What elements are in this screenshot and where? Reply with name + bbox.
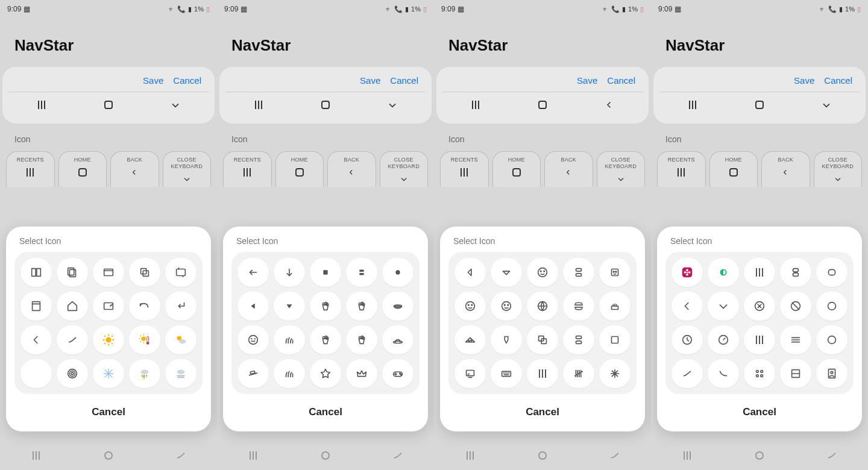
icon-option-grass2[interactable] (274, 359, 305, 388)
icon-option-window[interactable] (93, 258, 124, 287)
icon-option-grid4[interactable] (744, 359, 775, 388)
icon-option-dot[interactable] (382, 258, 414, 287)
icon-option-green-dot[interactable] (708, 258, 739, 287)
icon-option-moon[interactable] (20, 359, 52, 388)
icon-option-face[interactable] (237, 325, 269, 354)
icon-option-clock[interactable] (671, 325, 703, 354)
nav-slot[interactable]: HOME (492, 151, 541, 187)
icon-option-face2[interactable] (454, 292, 486, 321)
icon-option-tri-left[interactable] (237, 292, 269, 321)
save-button[interactable]: Save (143, 75, 163, 86)
icon-option-rect-round[interactable] (816, 258, 848, 287)
icon-option-cake[interactable] (599, 292, 631, 321)
sheet-cancel-button[interactable]: Cancel (231, 394, 420, 421)
icon-option-popcorn4[interactable] (346, 325, 377, 354)
icon-option-sled[interactable] (237, 359, 269, 388)
icon-option-tri-down[interactable] (274, 292, 305, 321)
icon-option-undo[interactable] (129, 292, 160, 321)
icon-option-curve[interactable] (57, 325, 88, 354)
icon-option-stack[interactable] (563, 258, 594, 287)
icon-option-robot[interactable] (599, 258, 631, 287)
nav-slot[interactable]: RECENTS (223, 151, 272, 187)
icon-option-popcorn3[interactable] (310, 325, 341, 354)
icon-option-arrow-left[interactable] (237, 258, 269, 287)
icon-option-panel[interactable] (20, 292, 52, 321)
icon-option-inbox[interactable] (93, 292, 124, 321)
icon-option-bars2[interactable] (744, 258, 775, 287)
icon-option-copy2[interactable] (527, 325, 558, 354)
icon-option-star[interactable] (310, 359, 341, 388)
nav-slot[interactable]: HOME (709, 151, 758, 187)
nav-slot[interactable]: BACK (327, 151, 376, 187)
icon-option-crown[interactable] (346, 359, 377, 388)
icon-option-swoosh[interactable] (708, 359, 739, 388)
icon-option-stack2[interactable] (563, 325, 594, 354)
icon-option-circle2[interactable] (816, 325, 848, 354)
icon-option-arrow-down[interactable] (274, 258, 305, 287)
icon-option-split[interactable] (780, 359, 811, 388)
sys-back-button[interactable] (597, 449, 633, 462)
icon-option-two-squares[interactable] (346, 258, 377, 287)
cancel-button[interactable]: Cancel (607, 75, 635, 86)
nav-slot[interactable]: RECENTS (657, 151, 706, 187)
icon-option-storm[interactable] (129, 359, 160, 388)
sheet-cancel-button[interactable]: Cancel (14, 394, 203, 421)
sheet-cancel-button[interactable]: Cancel (665, 394, 854, 421)
sys-recents-button[interactable] (235, 451, 271, 460)
icon-option-face3[interactable] (491, 292, 522, 321)
sys-back-button[interactable] (163, 449, 199, 462)
nav-slot[interactable]: CLOSE KEYBOARD (163, 151, 212, 187)
nav-slot[interactable]: CLOSE KEYBOARD (597, 151, 646, 187)
icon-option-gamepad[interactable] (382, 359, 414, 388)
icon-option-face-смile[interactable] (527, 258, 558, 287)
sys-home-button[interactable] (741, 451, 778, 460)
icon-option-sq-outline[interactable] (599, 325, 631, 354)
icon-option-bars[interactable] (527, 359, 558, 388)
sys-recents-button[interactable] (452, 451, 488, 460)
nav-slot[interactable]: BACK (544, 151, 593, 187)
nav-slot[interactable]: RECENTS (6, 151, 55, 187)
icon-option-fog[interactable] (165, 359, 197, 388)
icon-option-copy[interactable] (57, 258, 88, 287)
sheet-cancel-button[interactable]: Cancel (448, 394, 637, 421)
icon-option-chev-left[interactable] (20, 325, 52, 354)
icon-option-spiral[interactable] (57, 359, 88, 388)
icon-option-popcorn2[interactable] (346, 292, 377, 321)
icon-option-keyboard[interactable] (491, 359, 522, 388)
icon-option-square-solid[interactable] (310, 258, 341, 287)
sys-recents-button[interactable] (669, 451, 705, 460)
nav-slot[interactable]: BACK (110, 151, 159, 187)
sys-recents-button[interactable] (18, 451, 54, 460)
icon-option-burger[interactable] (563, 292, 594, 321)
icon-option-curve2[interactable] (671, 359, 703, 388)
nav-slot[interactable]: CLOSE KEYBOARD (380, 151, 429, 187)
icon-option-pink-flower[interactable] (671, 258, 703, 287)
sys-home-button[interactable] (524, 451, 561, 460)
icon-option-portrait[interactable] (816, 359, 848, 388)
icon-option-tally[interactable] (563, 359, 594, 388)
save-button[interactable]: Save (794, 75, 814, 86)
icon-option-cheese[interactable] (454, 325, 486, 354)
icon-option-grass[interactable] (274, 325, 305, 354)
sys-home-button[interactable] (307, 451, 344, 460)
icon-option-pill[interactable] (780, 258, 811, 287)
icon-option-chev-left2[interactable] (671, 292, 703, 321)
icon-option-return[interactable] (165, 292, 197, 321)
icon-option-bowl[interactable] (382, 292, 414, 321)
icon-option-popcorn[interactable] (310, 292, 341, 321)
nav-slot[interactable]: BACK (761, 151, 810, 187)
icon-option-squares[interactable] (129, 258, 160, 287)
icon-option-asterisk[interactable] (599, 359, 631, 388)
icon-option-back-shape[interactable] (454, 258, 486, 287)
icon-option-chev-down2[interactable] (708, 292, 739, 321)
icon-option-ice[interactable] (491, 325, 522, 354)
icon-option-book[interactable] (20, 258, 52, 287)
nav-slot[interactable]: HOME (275, 151, 324, 187)
cancel-button[interactable]: Cancel (390, 75, 418, 86)
icon-option-sun-thermo[interactable] (129, 325, 160, 354)
sys-back-button[interactable] (814, 449, 850, 462)
icon-option-clock2[interactable] (708, 325, 739, 354)
icon-option-down-shape[interactable] (491, 258, 522, 287)
sys-back-button[interactable] (380, 449, 416, 462)
icon-option-ball[interactable] (527, 292, 558, 321)
